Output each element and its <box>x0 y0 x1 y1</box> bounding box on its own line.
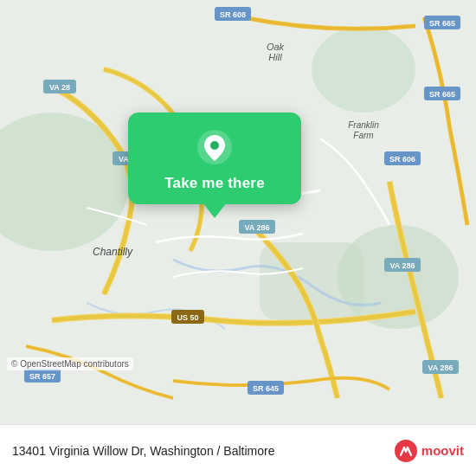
svg-text:SR 657: SR 657 <box>29 372 55 381</box>
svg-text:Hill: Hill <box>268 52 282 62</box>
svg-text:Franklin: Franklin <box>348 120 379 130</box>
take-me-there-popup[interactable]: Take me there <box>128 113 301 204</box>
svg-text:VA 286: VA 286 <box>244 223 269 232</box>
svg-text:SR 665: SR 665 <box>429 90 455 99</box>
svg-text:Oak: Oak <box>267 42 285 52</box>
map-area: SR 608 SR 665 SR 665 VA 28 VA 28 Oak Hil… <box>0 0 476 424</box>
svg-text:VA 28: VA 28 <box>49 83 70 92</box>
svg-point-36 <box>210 141 219 150</box>
svg-text:US 50: US 50 <box>177 313 198 322</box>
address-label: 13401 Virginia Willow Dr, Washington / B… <box>12 444 394 458</box>
svg-text:SR 608: SR 608 <box>220 10 246 19</box>
take-me-there-label: Take me there <box>164 175 265 192</box>
svg-text:VA 286: VA 286 <box>428 363 453 372</box>
svg-text:VA 286: VA 286 <box>389 261 415 270</box>
svg-text:SR 645: SR 645 <box>253 384 279 393</box>
location-pin-icon <box>196 128 234 166</box>
moovit-logo: moovit <box>394 439 464 463</box>
osm-attribution: © OpenStreetMap contributors <box>7 357 133 370</box>
svg-text:SR 606: SR 606 <box>389 155 415 164</box>
svg-text:Farm: Farm <box>353 131 373 140</box>
moovit-logo-text: moovit <box>421 443 464 458</box>
bottom-bar: 13401 Virginia Willow Dr, Washington / B… <box>0 424 476 476</box>
svg-text:SR 665: SR 665 <box>429 19 455 28</box>
moovit-logo-icon <box>394 439 418 463</box>
svg-text:Chantilly: Chantilly <box>93 246 133 258</box>
copyright-text: © OpenStreetMap contributors <box>11 359 129 369</box>
svg-point-2 <box>312 26 415 113</box>
